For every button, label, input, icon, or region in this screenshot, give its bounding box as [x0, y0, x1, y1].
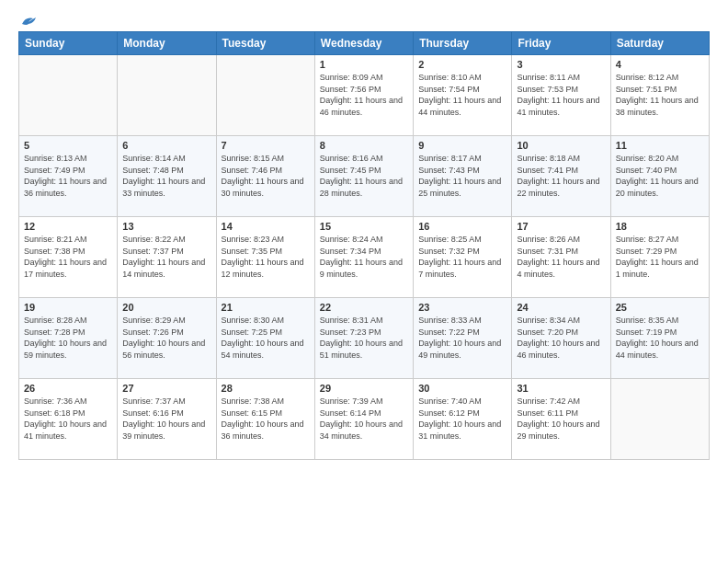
- day-info: Sunrise: 8:35 AM Sunset: 7:19 PM Dayligh…: [616, 315, 704, 361]
- calendar-cell: 4Sunrise: 8:12 AM Sunset: 7:51 PM Daylig…: [610, 55, 709, 136]
- day-info: Sunrise: 8:11 AM Sunset: 7:53 PM Dayligh…: [517, 72, 605, 118]
- weekday-header-friday: Friday: [512, 32, 610, 55]
- day-number: 24: [517, 302, 605, 313]
- week-row-2: 5Sunrise: 8:13 AM Sunset: 7:49 PM Daylig…: [19, 136, 710, 217]
- calendar-cell: 28Sunrise: 7:38 AM Sunset: 6:15 PM Dayli…: [216, 379, 314, 460]
- week-row-3: 12Sunrise: 8:21 AM Sunset: 7:38 PM Dayli…: [19, 217, 710, 298]
- day-number: 10: [517, 140, 605, 151]
- calendar-cell: [19, 55, 118, 136]
- weekday-header-wednesday: Wednesday: [314, 32, 413, 55]
- weekday-header-monday: Monday: [118, 32, 216, 55]
- day-info: Sunrise: 7:36 AM Sunset: 6:18 PM Dayligh…: [24, 396, 112, 442]
- logo-bird-icon: [20, 15, 37, 28]
- day-number: 25: [616, 302, 704, 313]
- day-number: 23: [418, 302, 506, 313]
- calendar-cell: 9Sunrise: 8:17 AM Sunset: 7:43 PM Daylig…: [414, 136, 512, 217]
- calendar-cell: 30Sunrise: 7:40 AM Sunset: 6:12 PM Dayli…: [414, 379, 512, 460]
- calendar-cell: 13Sunrise: 8:22 AM Sunset: 7:37 PM Dayli…: [118, 217, 216, 298]
- day-info: Sunrise: 7:37 AM Sunset: 6:16 PM Dayligh…: [122, 396, 210, 442]
- day-info: Sunrise: 8:16 AM Sunset: 7:45 PM Dayligh…: [320, 153, 408, 199]
- calendar-cell: 17Sunrise: 8:26 AM Sunset: 7:31 PM Dayli…: [512, 217, 610, 298]
- calendar-cell: 20Sunrise: 8:29 AM Sunset: 7:26 PM Dayli…: [118, 298, 216, 379]
- day-info: Sunrise: 8:30 AM Sunset: 7:25 PM Dayligh…: [222, 315, 310, 361]
- day-number: 20: [122, 302, 210, 313]
- day-info: Sunrise: 8:26 AM Sunset: 7:31 PM Dayligh…: [517, 234, 605, 280]
- weekday-header-tuesday: Tuesday: [216, 32, 314, 55]
- calendar-cell: 16Sunrise: 8:25 AM Sunset: 7:32 PM Dayli…: [414, 217, 512, 298]
- day-info: Sunrise: 8:21 AM Sunset: 7:38 PM Dayligh…: [24, 234, 112, 280]
- day-info: Sunrise: 8:29 AM Sunset: 7:26 PM Dayligh…: [122, 315, 210, 361]
- day-info: Sunrise: 8:10 AM Sunset: 7:54 PM Dayligh…: [418, 72, 506, 118]
- calendar-cell: 31Sunrise: 7:42 AM Sunset: 6:11 PM Dayli…: [512, 379, 610, 460]
- day-number: 15: [320, 221, 408, 232]
- day-info: Sunrise: 8:13 AM Sunset: 7:49 PM Dayligh…: [24, 153, 112, 199]
- day-info: Sunrise: 7:38 AM Sunset: 6:15 PM Dayligh…: [222, 396, 310, 442]
- weekday-header-saturday: Saturday: [610, 32, 709, 55]
- day-info: Sunrise: 8:28 AM Sunset: 7:28 PM Dayligh…: [24, 315, 112, 361]
- calendar-cell: 25Sunrise: 8:35 AM Sunset: 7:19 PM Dayli…: [610, 298, 709, 379]
- day-number: 4: [616, 59, 704, 70]
- day-number: 18: [616, 221, 704, 232]
- day-info: Sunrise: 8:22 AM Sunset: 7:37 PM Dayligh…: [122, 234, 210, 280]
- day-info: Sunrise: 7:40 AM Sunset: 6:12 PM Dayligh…: [418, 396, 506, 442]
- calendar-cell: 3Sunrise: 8:11 AM Sunset: 7:53 PM Daylig…: [512, 55, 610, 136]
- day-number: 13: [122, 221, 210, 232]
- day-info: Sunrise: 8:24 AM Sunset: 7:34 PM Dayligh…: [320, 234, 408, 280]
- day-number: 28: [222, 383, 310, 394]
- calendar-cell: [118, 55, 216, 136]
- day-number: 14: [222, 221, 310, 232]
- day-number: 9: [418, 140, 506, 151]
- day-number: 26: [24, 383, 112, 394]
- day-info: Sunrise: 8:15 AM Sunset: 7:46 PM Dayligh…: [222, 153, 310, 199]
- day-number: 8: [320, 140, 408, 151]
- calendar-cell: 27Sunrise: 7:37 AM Sunset: 6:16 PM Dayli…: [118, 379, 216, 460]
- calendar-cell: 2Sunrise: 8:10 AM Sunset: 7:54 PM Daylig…: [414, 55, 512, 136]
- week-row-4: 19Sunrise: 8:28 AM Sunset: 7:28 PM Dayli…: [19, 298, 710, 379]
- calendar-cell: 19Sunrise: 8:28 AM Sunset: 7:28 PM Dayli…: [19, 298, 118, 379]
- day-number: 6: [122, 140, 210, 151]
- calendar-cell: 5Sunrise: 8:13 AM Sunset: 7:49 PM Daylig…: [19, 136, 118, 217]
- day-info: Sunrise: 8:31 AM Sunset: 7:23 PM Dayligh…: [320, 315, 408, 361]
- day-number: 17: [517, 221, 605, 232]
- calendar-cell: 26Sunrise: 7:36 AM Sunset: 6:18 PM Dayli…: [19, 379, 118, 460]
- day-number: 29: [320, 383, 408, 394]
- calendar-cell: 14Sunrise: 8:23 AM Sunset: 7:35 PM Dayli…: [216, 217, 314, 298]
- day-info: Sunrise: 8:23 AM Sunset: 7:35 PM Dayligh…: [222, 234, 310, 280]
- calendar-cell: 11Sunrise: 8:20 AM Sunset: 7:40 PM Dayli…: [610, 136, 709, 217]
- calendar-cell: [610, 379, 709, 460]
- day-info: Sunrise: 8:14 AM Sunset: 7:48 PM Dayligh…: [122, 153, 210, 199]
- day-number: 7: [222, 140, 310, 151]
- calendar-cell: 7Sunrise: 8:15 AM Sunset: 7:46 PM Daylig…: [216, 136, 314, 217]
- weekday-header-row: SundayMondayTuesdayWednesdayThursdayFrid…: [19, 32, 710, 55]
- day-info: Sunrise: 8:33 AM Sunset: 7:22 PM Dayligh…: [418, 315, 506, 361]
- calendar-cell: 10Sunrise: 8:18 AM Sunset: 7:41 PM Dayli…: [512, 136, 610, 217]
- week-row-1: 1Sunrise: 8:09 AM Sunset: 7:56 PM Daylig…: [19, 55, 710, 136]
- day-info: Sunrise: 8:34 AM Sunset: 7:20 PM Dayligh…: [517, 315, 605, 361]
- day-number: 27: [122, 383, 210, 394]
- calendar-cell: 1Sunrise: 8:09 AM Sunset: 7:56 PM Daylig…: [314, 55, 413, 136]
- page: SundayMondayTuesdayWednesdayThursdayFrid…: [0, 0, 728, 563]
- day-info: Sunrise: 8:25 AM Sunset: 7:32 PM Dayligh…: [418, 234, 506, 280]
- day-number: 30: [418, 383, 506, 394]
- day-info: Sunrise: 8:17 AM Sunset: 7:43 PM Dayligh…: [418, 153, 506, 199]
- day-info: Sunrise: 8:09 AM Sunset: 7:56 PM Dayligh…: [320, 72, 408, 118]
- day-info: Sunrise: 8:18 AM Sunset: 7:41 PM Dayligh…: [517, 153, 605, 199]
- calendar-cell: 21Sunrise: 8:30 AM Sunset: 7:25 PM Dayli…: [216, 298, 314, 379]
- day-number: 21: [222, 302, 310, 313]
- calendar-cell: 29Sunrise: 7:39 AM Sunset: 6:14 PM Dayli…: [314, 379, 413, 460]
- calendar-cell: 24Sunrise: 8:34 AM Sunset: 7:20 PM Dayli…: [512, 298, 610, 379]
- day-number: 3: [517, 59, 605, 70]
- calendar-cell: 15Sunrise: 8:24 AM Sunset: 7:34 PM Dayli…: [314, 217, 413, 298]
- weekday-header-sunday: Sunday: [19, 32, 118, 55]
- day-number: 2: [418, 59, 506, 70]
- day-number: 22: [320, 302, 408, 313]
- day-number: 1: [320, 59, 408, 70]
- day-number: 31: [517, 383, 605, 394]
- day-number: 19: [24, 302, 112, 313]
- weekday-header-thursday: Thursday: [414, 32, 512, 55]
- logo: [18, 15, 37, 26]
- day-info: Sunrise: 8:20 AM Sunset: 7:40 PM Dayligh…: [616, 153, 704, 199]
- calendar-cell: 18Sunrise: 8:27 AM Sunset: 7:29 PM Dayli…: [610, 217, 709, 298]
- calendar-cell: 8Sunrise: 8:16 AM Sunset: 7:45 PM Daylig…: [314, 136, 413, 217]
- day-info: Sunrise: 7:39 AM Sunset: 6:14 PM Dayligh…: [320, 396, 408, 442]
